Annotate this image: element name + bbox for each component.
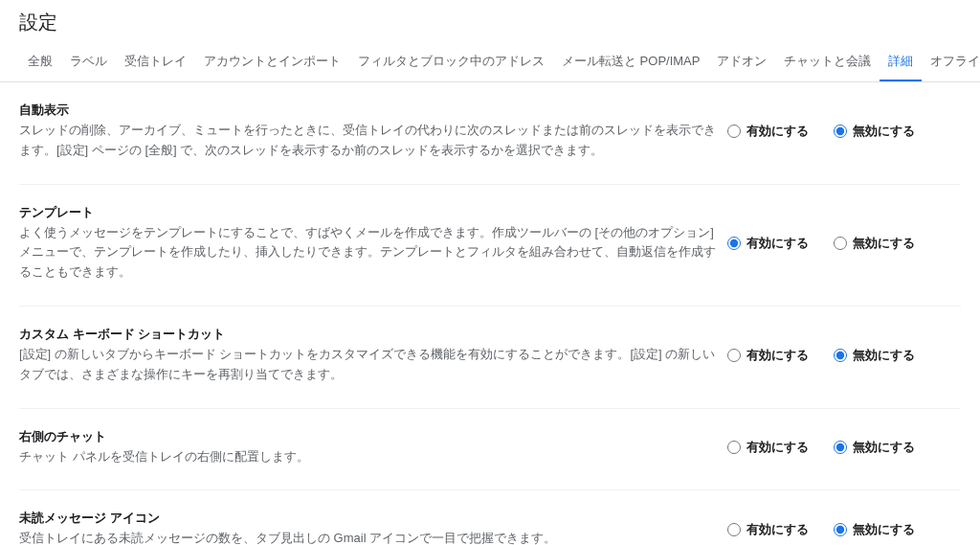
option-enable[interactable]: 有効にする [727,235,809,252]
option-disable[interactable]: 無効にする [834,347,915,364]
setting-title: 自動表示 [19,102,720,119]
radio-enable[interactable] [727,523,741,536]
setting-desc: 自動表示スレッドの削除、アーカイブ、ミュートを行ったときに、受信トレイの代わりに… [19,102,720,161]
option-label: 無効にする [853,521,915,538]
setting-desc: カスタム キーボード ショートカット[設定] の新しいタブからキーボード ショー… [19,326,720,385]
setting-description: スレッドの削除、アーカイブ、ミュートを行ったときに、受信トレイの代わりに次のスレ… [19,121,720,161]
option-label: 有効にする [746,521,809,538]
setting-options: 有効にする無効にする [727,428,961,467]
setting-title: カスタム キーボード ショートカット [19,326,720,343]
option-label: 有効にする [746,347,809,364]
tab-9[interactable]: オフライン [922,47,980,81]
option-disable[interactable]: 無効にする [834,439,915,456]
setting-row-custom-shortcuts: カスタム キーボード ショートカット[設定] の新しいタブからキーボード ショー… [19,307,961,409]
option-disable[interactable]: 無効にする [834,235,915,252]
setting-options: 有効にする無効にする [727,204,961,283]
option-enable[interactable]: 有効にする [727,347,809,364]
setting-desc: 右側のチャットチャット パネルを受信トレイの右側に配置します。 [19,428,720,467]
option-label: 無効にする [853,439,915,456]
radio-disable[interactable] [834,523,847,536]
option-label: 無効にする [853,123,915,140]
tab-5[interactable]: メール転送と POP/IMAP [553,47,708,81]
setting-description: [設定] の新しいタブからキーボード ショートカットをカスタマイズできる機能を有… [19,345,720,385]
tab-1[interactable]: ラベル [61,47,116,81]
tab-0[interactable]: 全般 [19,47,61,81]
tab-3[interactable]: アカウントとインポート [195,47,349,81]
tabs-bar: 全般ラベル受信トレイアカウントとインポートフィルタとブロック中のアドレスメール転… [0,47,980,82]
option-label: 無効にする [853,347,915,364]
option-enable[interactable]: 有効にする [727,439,809,456]
setting-description: 受信トレイにある未読メッセージの数を、タブ見出しの Gmail アイコンで一目で… [19,529,720,545]
setting-options: 有効にする無効にする [727,102,961,161]
setting-desc: テンプレートよく使うメッセージをテンプレートにすることで、すばやくメールを作成で… [19,204,720,283]
radio-enable[interactable] [727,349,741,362]
setting-row-auto-advance: 自動表示スレッドの削除、アーカイブ、ミュートを行ったときに、受信トレイの代わりに… [19,82,961,185]
settings-content: 自動表示スレッドの削除、アーカイブ、ミュートを行ったときに、受信トレイの代わりに… [0,82,980,545]
setting-description: よく使うメッセージをテンプレートにすることで、すばやくメールを作成できます。作成… [19,223,720,283]
setting-desc: 未読メッセージ アイコン受信トレイにある未読メッセージの数を、タブ見出しの Gm… [19,510,720,545]
setting-title: 未読メッセージ アイコン [19,510,720,527]
option-enable[interactable]: 有効にする [727,521,809,538]
radio-disable[interactable] [834,441,847,454]
setting-row-unread-icon: 未読メッセージ アイコン受信トレイにある未読メッセージの数を、タブ見出しの Gm… [19,490,961,545]
setting-options: 有効にする無効にする [727,510,961,545]
option-enable[interactable]: 有効にする [727,123,809,140]
radio-enable[interactable] [727,237,741,250]
option-label: 有効にする [746,235,809,252]
setting-row-templates: テンプレートよく使うメッセージをテンプレートにすることで、すばやくメールを作成で… [19,185,961,307]
option-disable[interactable]: 無効にする [834,521,915,538]
setting-description: チャット パネルを受信トレイの右側に配置します。 [19,447,720,467]
tab-2[interactable]: 受信トレイ [116,47,195,81]
radio-disable[interactable] [834,349,847,362]
setting-options: 有効にする無効にする [727,326,961,385]
tab-4[interactable]: フィルタとブロック中のアドレス [349,47,553,81]
option-label: 無効にする [853,235,915,252]
tab-8[interactable]: 詳細 [880,47,922,81]
radio-enable[interactable] [727,441,741,454]
setting-row-chat-right: 右側のチャットチャット パネルを受信トレイの右側に配置します。有効にする無効にす… [19,409,961,491]
option-label: 有効にする [746,439,809,456]
setting-title: テンプレート [19,204,720,221]
page-title: 設定 [0,6,980,47]
option-disable[interactable]: 無効にする [834,123,915,140]
option-label: 有効にする [746,123,809,140]
setting-title: 右側のチャット [19,428,720,445]
tab-6[interactable]: アドオン [708,47,775,81]
radio-enable[interactable] [727,125,741,138]
radio-disable[interactable] [834,237,847,250]
radio-disable[interactable] [834,125,847,138]
tab-7[interactable]: チャットと会議 [775,47,880,81]
